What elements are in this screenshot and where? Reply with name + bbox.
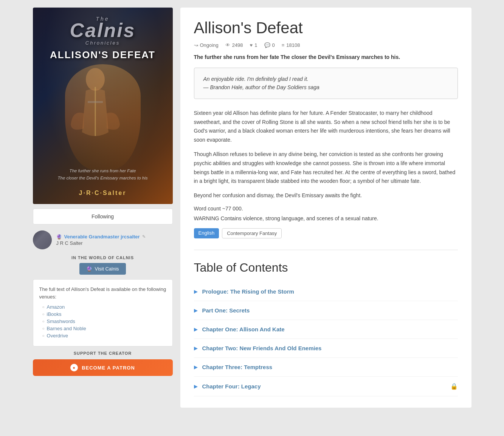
list-item: Overdrive: [42, 333, 166, 339]
description-3: Beyond her confusion and dismay, the Dev…: [194, 191, 458, 200]
cover-main-title: ALLISON'S DEFEAT: [33, 49, 173, 61]
cover-figure: [65, 64, 141, 170]
amazon-link[interactable]: Amazon: [47, 304, 65, 310]
toc-prologue[interactable]: ▶ Prologue: The Rising of the Storm: [194, 282, 458, 301]
meta-words: ≡ 18108: [282, 42, 300, 48]
toc-chapter-four[interactable]: ▶ Chapter Four: Legacy 🔒: [194, 377, 458, 396]
toc-arrow-icon: ▶: [194, 345, 198, 351]
main-content: Allison's Defeat ↝ Ongoing 👁 2498 ♥ 1 💬 …: [180, 8, 471, 408]
quote-body: An enjoyable ride. I'm definitely glad I…: [203, 76, 309, 82]
list-item: Barnes and Noble: [42, 326, 166, 331]
following-button[interactable]: Following: [33, 209, 173, 224]
smashwords-link[interactable]: Smashwords: [47, 318, 75, 324]
toc-item-left: ▶ Chapter Four: Legacy: [194, 383, 261, 390]
likes-count: 1: [254, 42, 257, 48]
avatar: [33, 230, 52, 249]
author-info: 🔮 Venerable Grandmaster jrcsalter ✎ J R …: [56, 234, 146, 246]
patreon-button[interactable]: ● BECOME A PATRON: [33, 359, 173, 376]
book-title: Allison's Defeat: [194, 19, 458, 37]
warning-text: WARNING Contains violence, strong langua…: [194, 215, 458, 221]
tag-english[interactable]: English: [194, 228, 219, 238]
toc-arrow-icon: ▶: [194, 383, 198, 389]
comments-count: 0: [272, 42, 275, 48]
lock-icon: 🔒: [450, 383, 458, 390]
author-username[interactable]: Venerable Grandmaster jrcsalter: [64, 234, 140, 240]
toc-arrow-icon: ▶: [194, 308, 198, 313]
ibooks-link[interactable]: iBooks: [47, 311, 62, 317]
toc-item-left: ▶ Chapter One: Allison And Kate: [194, 326, 285, 332]
list-item: Amazon: [42, 304, 166, 310]
author-name-row: 🔮 Venerable Grandmaster jrcsalter ✎: [56, 234, 146, 240]
toc-link-chapter-one[interactable]: Chapter One: Allison And Kate: [202, 326, 285, 332]
toc-item-left: ▶ Part One: Secrets: [194, 307, 250, 314]
meta-views: 👁 2498: [225, 42, 243, 48]
visit-calnis-button[interactable]: 🔮 Visit Calnis: [79, 263, 126, 275]
toc-chapter-two[interactable]: ▶ Chapter Two: New Friends And Old Enemi…: [194, 339, 458, 358]
description-1: Sixteen year old Allison has definite pl…: [194, 109, 458, 145]
toc-part-one[interactable]: ▶ Part One: Secrets: [194, 301, 458, 320]
list-item: Smashwords: [42, 318, 166, 324]
cover-calnis-word: Calnis: [70, 19, 135, 41]
venues-description: The full text of Allison's Defeat is ava…: [39, 286, 166, 300]
status-text: Ongoing: [200, 42, 219, 48]
barnes-noble-link[interactable]: Barnes and Noble: [47, 326, 86, 331]
author-section: 🔮 Venerable Grandmaster jrcsalter ✎ J R …: [33, 229, 173, 251]
quote-attribution: — Brandon Hale, author of the Day Soldie…: [203, 84, 319, 90]
list-item: iBooks: [42, 311, 166, 317]
meta-comments: 💬 0: [264, 42, 275, 48]
comments-icon: 💬: [264, 42, 270, 48]
toc-chapter-one[interactable]: ▶ Chapter One: Allison And Kate: [194, 320, 458, 339]
likes-icon: ♥: [250, 42, 253, 48]
toc-link-chapter-four[interactable]: Chapter Four: Legacy: [202, 383, 261, 390]
toc-item-left: ▶ Prologue: The Rising of the Storm: [194, 288, 294, 295]
venues-box: The full text of Allison's Defeat is ava…: [33, 279, 173, 346]
author-badge-icon: 🔮: [56, 234, 62, 240]
overdrive-link[interactable]: Overdrive: [47, 333, 68, 339]
world-section: IN THE WORLD OF CALNIS 🔮 Visit Calnis: [33, 255, 173, 275]
meta-likes: ♥ 1: [250, 42, 257, 48]
toc-item-left: ▶ Chapter Three: Temptress: [194, 364, 273, 370]
cover-chronicles: Chronicles: [33, 40, 173, 46]
tags-row: English Contemporary Fantasy: [194, 228, 458, 238]
toc-title: Table of Contents: [194, 261, 458, 275]
visit-calnis-label: Visit Calnis: [95, 266, 119, 272]
patreon-icon: ●: [70, 364, 78, 371]
toc-link-chapter-three[interactable]: Chapter Three: Temptress: [202, 364, 273, 370]
quote-text: An enjoyable ride. I'm definitely glad I…: [203, 75, 448, 92]
words-icon: ≡: [282, 42, 285, 48]
cover-tagline: The further she runs from her Fate The c…: [33, 167, 173, 181]
book-cover: The Calnis Chronicles ALLISON'S DEFEAT T…: [33, 8, 173, 204]
sidebar: The Calnis Chronicles ALLISON'S DEFEAT T…: [33, 8, 173, 376]
author-real-name: J R C Salter: [56, 240, 146, 246]
page-wrapper: The Calnis Chronicles ALLISON'S DEFEAT T…: [25, 0, 479, 415]
toc-link-part-one[interactable]: Part One: Secrets: [202, 307, 250, 314]
avatar-image: [33, 230, 52, 249]
book-tagline: The further she runs from her fate The c…: [194, 54, 458, 60]
ongoing-icon: ↝: [194, 42, 198, 48]
visit-calnis-icon: 🔮: [86, 266, 92, 272]
toc-arrow-icon: ▶: [194, 326, 198, 332]
venues-list: Amazon iBooks Smashwords Barnes and Nobl…: [39, 304, 166, 339]
quote-box: An enjoyable ride. I'm definitely glad I…: [194, 68, 458, 99]
toc-link-prologue[interactable]: Prologue: The Rising of the Storm: [202, 288, 294, 295]
toc-arrow-icon: ▶: [194, 364, 198, 370]
support-label: SUPPORT THE CREATOR: [33, 351, 173, 356]
toc-chapter-three[interactable]: ▶ Chapter Three: Temptress: [194, 358, 458, 377]
views-icon: 👁: [225, 42, 230, 48]
cover-author: J·R·C·Salter: [33, 190, 173, 196]
toc-item-left: ▶ Chapter Two: New Friends And Old Enemi…: [194, 345, 322, 351]
description-2: Though Allison refuses to believe in any…: [194, 150, 458, 186]
world-label: IN THE WORLD OF CALNIS: [33, 255, 173, 260]
views-count: 2498: [232, 42, 243, 48]
toc-arrow-icon: ▶: [194, 289, 198, 294]
tag-contemporary-fantasy[interactable]: Contemporary Fantasy: [222, 228, 282, 238]
word-count: Word count ~77 000.: [194, 206, 458, 212]
patreon-label: BECOME A PATRON: [82, 365, 135, 371]
meta-status: ↝ Ongoing: [194, 42, 219, 48]
book-meta: ↝ Ongoing 👁 2498 ♥ 1 💬 0 ≡ 18108: [194, 42, 458, 48]
support-section: SUPPORT THE CREATOR ● BECOME A PATRON: [33, 351, 173, 376]
cover-calnis-title: The Calnis Chronicles: [33, 16, 173, 46]
edit-icon[interactable]: ✎: [142, 234, 146, 239]
divider: [194, 250, 458, 250]
toc-link-chapter-two[interactable]: Chapter Two: New Friends And Old Enemies: [202, 345, 322, 351]
